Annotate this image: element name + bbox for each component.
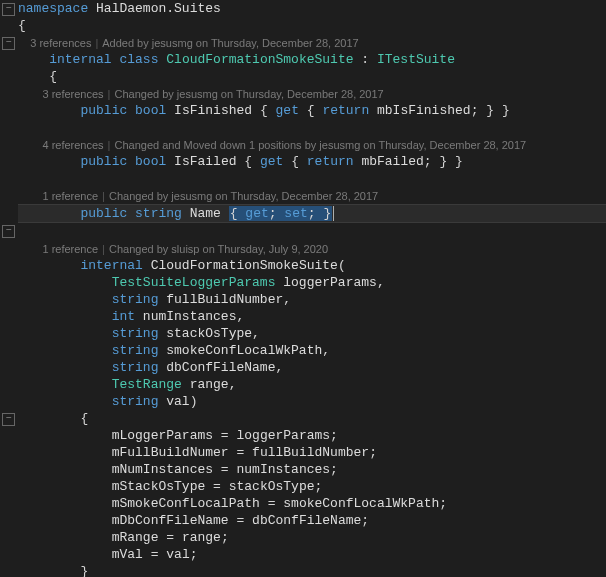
- code-line[interactable]: mLoggerParams = loggerParams;: [18, 427, 606, 444]
- code-line[interactable]: {: [18, 68, 606, 85]
- fold-toggle[interactable]: −: [2, 3, 15, 16]
- fold-toggle[interactable]: −: [2, 413, 15, 426]
- code-line[interactable]: }: [18, 563, 606, 577]
- codelens[interactable]: 3 references|Changed by jesusmg on Thurs…: [18, 85, 606, 102]
- code-line[interactable]: {: [18, 410, 606, 427]
- code-line[interactable]: [18, 170, 606, 187]
- codelens[interactable]: 1 reference|Changed by jesusmg on Thursd…: [18, 187, 606, 204]
- code-line[interactable]: [18, 223, 606, 240]
- code-line[interactable]: public bool IsFailed { get { return mbFa…: [18, 153, 606, 170]
- codelens[interactable]: 4 references|Changed and Moved down 1 po…: [18, 136, 606, 153]
- code-line[interactable]: internal CloudFormationSmokeSuite(: [18, 257, 606, 274]
- code-line[interactable]: string dbConfFileName,: [18, 359, 606, 376]
- code-line[interactable]: mFullBuildNumer = fullBuildNumber;: [18, 444, 606, 461]
- code-line[interactable]: string fullBuildNumber,: [18, 291, 606, 308]
- code-line[interactable]: mDbConfFileName = dbConfFileName;: [18, 512, 606, 529]
- code-line[interactable]: mRange = range;: [18, 529, 606, 546]
- code-line[interactable]: internal class CloudFormationSmokeSuite …: [18, 51, 606, 68]
- code-line[interactable]: mStackOsType = stackOsType;: [18, 478, 606, 495]
- code-line[interactable]: mNumInstances = numInstances;: [18, 461, 606, 478]
- code-line[interactable]: TestSuiteLoggerParams loggerParams,: [18, 274, 606, 291]
- code-line[interactable]: string stackOsType,: [18, 325, 606, 342]
- codelens[interactable]: 1 reference|Changed by sluisp on Thursda…: [18, 240, 606, 257]
- fold-toggle[interactable]: −: [2, 37, 15, 50]
- code-line[interactable]: mSmokeConfLocalPath = smokeConfLocalWkPa…: [18, 495, 606, 512]
- code-line[interactable]: string smokeConfLocalWkPath,: [18, 342, 606, 359]
- code-line[interactable]: public bool IsFinished { get { return mb…: [18, 102, 606, 119]
- code-editor[interactable]: − − − − namespace HalDaemon.Suites { 3 r…: [0, 0, 606, 577]
- code-line[interactable]: namespace HalDaemon.Suites: [18, 0, 606, 17]
- current-line[interactable]: public string Name { get; set; }: [18, 204, 606, 223]
- code-line[interactable]: TestRange range,: [18, 376, 606, 393]
- fold-gutter: − − − −: [0, 0, 16, 577]
- code-line[interactable]: int numInstances,: [18, 308, 606, 325]
- text-cursor: [333, 206, 334, 221]
- code-line[interactable]: {: [18, 17, 606, 34]
- code-line[interactable]: mVal = val;: [18, 546, 606, 563]
- codelens[interactable]: 3 references|Added by jesusmg on Thursda…: [18, 34, 606, 51]
- code-line[interactable]: string val): [18, 393, 606, 410]
- code-line[interactable]: [18, 119, 606, 136]
- fold-toggle[interactable]: −: [2, 225, 15, 238]
